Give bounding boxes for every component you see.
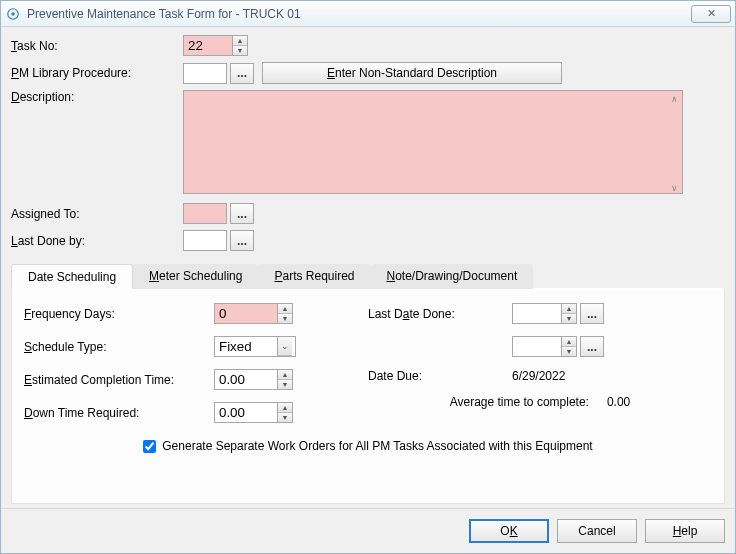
generate-separate-wo-checkbox[interactable] xyxy=(143,440,156,453)
tab-date-scheduling[interactable]: Date Scheduling xyxy=(11,264,133,289)
scroll-down-icon[interactable]: ∨ xyxy=(667,181,681,195)
app-gear-icon xyxy=(5,6,21,22)
freq-days-spinner[interactable]: ▲▼ xyxy=(214,303,293,324)
close-button[interactable]: ✕ xyxy=(691,5,731,23)
scroll-up-icon[interactable]: ∧ xyxy=(667,92,681,106)
window-title: Preventive Maintenance Task Form for - T… xyxy=(27,7,691,21)
tab-meter-scheduling[interactable]: Meter Scheduling xyxy=(133,264,258,289)
pm-library-browse-button[interactable]: ... xyxy=(230,63,254,84)
date-due-label: Date Due: xyxy=(368,369,512,383)
assigned-to-label: Assigned To: xyxy=(11,207,183,221)
description-textarea[interactable] xyxy=(183,90,683,194)
dialog-footer: OK Cancel Help xyxy=(1,508,735,553)
pm-library-input[interactable] xyxy=(183,63,227,84)
last-date-done-label: Last Date Done: xyxy=(368,307,512,321)
last-date-browse-button[interactable]: ... xyxy=(580,303,604,324)
last-done-by-input[interactable] xyxy=(183,230,227,251)
enter-nonstandard-button[interactable]: Enter Non-Standard Description xyxy=(262,62,562,84)
avg-time-value: 0.00 xyxy=(607,395,630,409)
form-body: Task No: ▲▼ PM Library Procedure: ... En… xyxy=(1,27,735,508)
est-completion-input[interactable] xyxy=(215,370,277,389)
spinner-buttons[interactable]: ▲▼ xyxy=(561,304,576,323)
down-time-input[interactable] xyxy=(215,403,277,422)
tab-headers: Date Scheduling Meter Scheduling Parts R… xyxy=(11,263,725,289)
tab-body: Frequency Days: ▲▼ Schedule Type: ⌄ xyxy=(11,289,725,504)
task-no-label: Task No: xyxy=(11,39,183,53)
close-icon: ✕ xyxy=(707,7,716,20)
aux-date-input[interactable] xyxy=(513,337,561,358)
spinner-buttons[interactable]: ▲▼ xyxy=(561,337,576,356)
last-done-by-label: Last Done by: xyxy=(11,234,183,248)
generate-separate-wo-label: Generate Separate Work Orders for All PM… xyxy=(162,439,592,453)
last-date-done-input[interactable] xyxy=(513,304,561,325)
down-time-label: Down Time Required: xyxy=(24,406,214,420)
assigned-to-input[interactable] xyxy=(183,203,227,224)
est-completion-label: Estimated Completion Time: xyxy=(24,373,214,387)
pm-library-label: PM Library Procedure: xyxy=(11,66,183,80)
spinner-buttons[interactable]: ▲▼ xyxy=(277,304,292,323)
avg-time-label: Average time to complete: xyxy=(450,395,589,409)
schedule-type-combo[interactable]: ⌄ xyxy=(214,336,296,357)
dialog-window: Preventive Maintenance Task Form for - T… xyxy=(0,0,736,554)
schedule-type-value[interactable] xyxy=(215,337,277,356)
cancel-button[interactable]: Cancel xyxy=(557,519,637,543)
svg-point-1 xyxy=(11,12,15,16)
spinner-buttons[interactable]: ▲▼ xyxy=(232,36,247,55)
schedule-type-label: Schedule Type: xyxy=(24,340,214,354)
tab-note-drawing[interactable]: Note/Drawing/Document xyxy=(371,264,534,289)
est-completion-spinner[interactable]: ▲▼ xyxy=(214,369,293,390)
freq-days-label: Frequency Days: xyxy=(24,307,214,321)
description-label: Description: xyxy=(11,90,183,104)
assigned-to-browse-button[interactable]: ... xyxy=(230,203,254,224)
help-button[interactable]: Help xyxy=(645,519,725,543)
tabs: Date Scheduling Meter Scheduling Parts R… xyxy=(11,263,725,504)
last-done-by-browse-button[interactable]: ... xyxy=(230,230,254,251)
task-no-input[interactable] xyxy=(184,36,232,55)
aux-date-browse-button[interactable]: ... xyxy=(580,336,604,357)
down-time-spinner[interactable]: ▲▼ xyxy=(214,402,293,423)
aux-date-spinner[interactable]: ▲▼ xyxy=(512,336,577,357)
date-due-value: 6/29/2022 xyxy=(512,369,565,383)
tab-parts-required[interactable]: Parts Required xyxy=(258,264,370,289)
ok-button[interactable]: OK xyxy=(469,519,549,543)
titlebar: Preventive Maintenance Task Form for - T… xyxy=(1,1,735,27)
combo-button[interactable]: ⌄ xyxy=(277,337,292,356)
freq-days-input[interactable] xyxy=(215,304,277,323)
spinner-buttons[interactable]: ▲▼ xyxy=(277,403,292,422)
last-date-done-spinner[interactable]: ▲▼ xyxy=(512,303,577,324)
spinner-buttons[interactable]: ▲▼ xyxy=(277,370,292,389)
task-no-spinner[interactable]: ▲▼ xyxy=(183,35,248,56)
